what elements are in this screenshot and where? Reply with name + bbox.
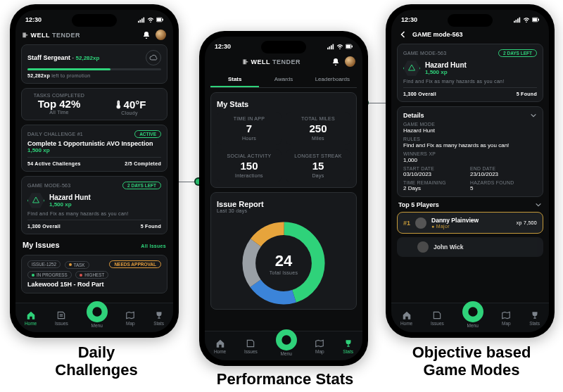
player-xp: xp 7,500: [517, 220, 537, 225]
caption-2: Performance Stats: [215, 370, 355, 388]
home-icon: [26, 310, 36, 320]
svg-rect-20: [516, 20, 517, 23]
daily-challenge-card[interactable]: DAILY CHALLENGE #1ACTIVE Complete 1 Oppo…: [21, 125, 167, 172]
rank-xp-note: left to promotion: [51, 73, 90, 78]
bell-icon[interactable]: [331, 58, 340, 66]
mode-icon: [403, 60, 420, 77]
nav-issues[interactable]: Issues: [55, 310, 68, 326]
rank-card[interactable]: Staff Sergeant · 52,282xp 52,282xp left …: [21, 44, 167, 84]
svg-rect-9: [331, 45, 332, 49]
needs-approval-badge: NEEDS APPROVAL: [109, 260, 161, 268]
weather-panel: 🌡40°F Cloudy: [96, 93, 163, 115]
issue-priority: HIGHEST: [75, 271, 108, 279]
svg-rect-3: [144, 18, 145, 23]
mode-icon: [27, 192, 44, 209]
rank-xp-left: 52,282xp: [27, 73, 50, 78]
brand-logo: ⊪ WELLTENDER: [23, 32, 80, 39]
nav-home[interactable]: Home: [25, 310, 37, 326]
tab-stats[interactable]: Stats: [210, 72, 259, 87]
game-mode-card: GAME MODE-5632 DAYS LEFT Hazard Hunt1,50…: [397, 44, 543, 102]
status-icons: [514, 16, 539, 23]
issue-report-title: Issue Report: [217, 200, 350, 208]
trophy-icon: [154, 310, 164, 320]
wifi-icon: [147, 16, 154, 23]
bottom-nav: Home Issues Menu Map Stats: [15, 303, 173, 332]
caption-3: Objective based Game Modes: [408, 343, 535, 379]
issue-task: TASK: [65, 261, 89, 269]
challenge-title: Complete 1 Opportunistic AVO Inspection: [27, 140, 161, 147]
nav-menu[interactable]: Menu: [276, 336, 297, 356]
challenge-right: 2/5 Completed: [125, 161, 161, 166]
nav-home[interactable]: Home: [400, 310, 412, 326]
caption-1: Daily Challenges: [44, 343, 149, 379]
nav-map[interactable]: Map: [315, 339, 324, 354]
status-time: 12:30: [25, 16, 42, 23]
challenge-header: DAILY CHALLENGE #1: [27, 132, 83, 137]
menu-icon: [281, 334, 292, 346]
issues-icon: [56, 310, 66, 320]
stat-total-miles: TOTAL MILES250Miles: [286, 112, 350, 145]
mode-badge: 2 DAYS LEFT: [122, 182, 161, 189]
stat-time-in-app: TIME IN APP7Hours: [217, 112, 282, 145]
nav-menu[interactable]: Menu: [462, 308, 483, 328]
brand-icon: ⊪: [23, 32, 29, 39]
nav-stats[interactable]: Stats: [343, 339, 353, 354]
svg-rect-13: [352, 46, 353, 48]
status-time: 12:30: [215, 43, 231, 50]
donut-value: 24: [275, 252, 292, 270]
svg-rect-21: [517, 18, 519, 23]
notch: [72, 14, 117, 27]
nav-menu[interactable]: Menu: [87, 308, 108, 328]
player-name: John Wick: [434, 244, 463, 251]
nav-issues[interactable]: Issues: [244, 339, 258, 354]
player-row-2[interactable]: John Wick: [397, 237, 543, 257]
map-icon: [125, 310, 135, 320]
issue-name: Lakewood 15H - Rod Part: [27, 281, 161, 288]
battery-icon: [156, 16, 163, 23]
page-title: GAME mode-563: [412, 31, 463, 38]
nav-stats[interactable]: Stats: [153, 310, 164, 326]
status-icons: [138, 16, 163, 23]
signal-icon: [138, 16, 145, 23]
mode-header: GAME MODE-563: [27, 183, 70, 188]
issue-card[interactable]: ISSUE-1252 TASK NEEDS APPROVAL IN PROGRE…: [21, 255, 167, 293]
hazard-icon: [407, 64, 416, 72]
mode-right: 5 Found: [517, 91, 537, 96]
sync-button[interactable]: [146, 50, 161, 65]
nav-map[interactable]: Map: [501, 310, 511, 326]
battery-icon: [532, 16, 539, 23]
player-row-1[interactable]: #1 Danny Plainview ● Major xp 7,500: [397, 212, 543, 234]
nav-stats[interactable]: Stats: [529, 310, 540, 326]
back-button[interactable]: [398, 30, 408, 39]
donut-label: Total Issues: [270, 270, 298, 275]
chevron-down-icon[interactable]: [535, 201, 542, 208]
mode-right: 5 Found: [141, 224, 161, 229]
wifi-icon: [523, 16, 530, 23]
cloud-icon: [149, 53, 158, 62]
avatar[interactable]: [156, 30, 166, 40]
my-stats-title: My Stats: [217, 100, 350, 108]
issues-icon: [246, 339, 255, 348]
chevron-left-icon: [399, 30, 407, 39]
tab-leaderboards[interactable]: Leaderboards: [308, 72, 357, 87]
game-mode-card[interactable]: GAME MODE-5632 DAYS LEFT Hazard Hunt1,50…: [21, 176, 167, 234]
bell-icon[interactable]: [142, 31, 151, 39]
avatar[interactable]: [345, 56, 355, 67]
svg-rect-2: [141, 18, 143, 23]
tab-awards[interactable]: Awards: [259, 72, 308, 87]
nav-map[interactable]: Map: [125, 310, 135, 326]
home-icon: [215, 339, 225, 348]
chevron-down-icon[interactable]: [530, 112, 537, 119]
tasks-label: TASKS COMPLETED: [26, 93, 92, 98]
all-issues-link[interactable]: All Issues: [141, 244, 166, 248]
svg-rect-6: [163, 19, 163, 21]
player-role: Major: [436, 224, 450, 229]
tasks-value: Top 42%: [26, 98, 92, 110]
brand-logo: ⊪ WELLTENDER: [243, 58, 301, 65]
nav-home[interactable]: Home: [214, 339, 226, 354]
svg-rect-19: [514, 21, 515, 23]
bottom-nav: Home Issues Menu Map Stats: [391, 303, 549, 332]
bottom-nav: Home Issues Menu Map Stats: [205, 331, 362, 360]
nav-issues[interactable]: Issues: [431, 310, 444, 326]
tasks-completed-panel: TASKS COMPLETED Top 42% All Time: [26, 93, 92, 115]
